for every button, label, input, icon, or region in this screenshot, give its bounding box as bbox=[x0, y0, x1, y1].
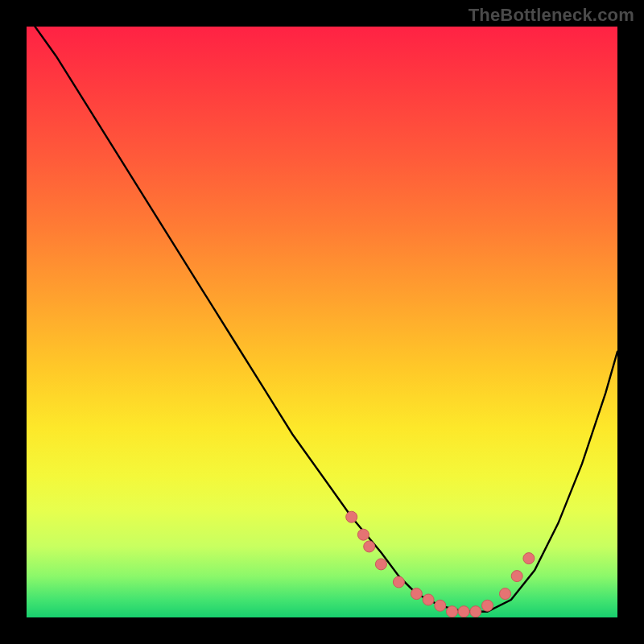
watermark-text: TheBottleneck.com bbox=[469, 5, 634, 26]
scatter-dot bbox=[500, 588, 511, 600]
scatter-dot bbox=[482, 600, 493, 611]
scatter-dot bbox=[458, 606, 469, 617]
scatter-dot bbox=[470, 606, 481, 617]
scatter-dot bbox=[523, 553, 535, 564]
chart-frame: TheBottleneck.com bbox=[0, 0, 644, 644]
scatter-dot bbox=[423, 594, 434, 605]
scatter-dot bbox=[346, 511, 357, 522]
scatter-dot bbox=[375, 559, 386, 570]
scatter-dot bbox=[447, 606, 458, 617]
scatter-dot bbox=[357, 529, 369, 540]
scatter-dot bbox=[393, 576, 404, 588]
scatter-dot bbox=[364, 541, 375, 552]
chart-svg bbox=[27, 27, 617, 617]
plot-area bbox=[27, 27, 617, 617]
scatter-dot bbox=[411, 588, 422, 600]
scatter-dot bbox=[435, 600, 446, 611]
bottleneck-curve-line bbox=[27, 27, 617, 612]
scatter-dot bbox=[511, 571, 522, 582]
